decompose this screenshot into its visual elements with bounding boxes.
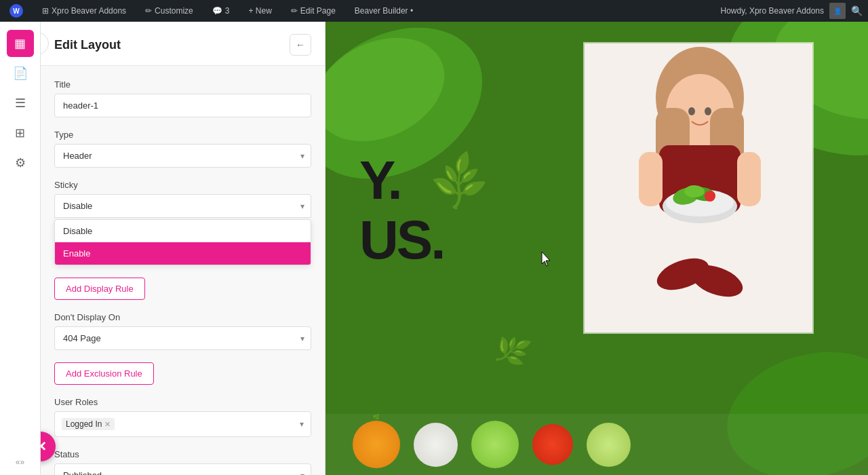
svg-rect-11 bbox=[639, 152, 663, 206]
sticky-option-disable[interactable]: Disable bbox=[55, 220, 311, 242]
hero-text: Y. US. bbox=[359, 151, 443, 270]
panel-title: Edit Layout bbox=[54, 38, 121, 52]
sidebar-expand[interactable]: «» bbox=[16, 457, 24, 467]
sticky-option-enable[interactable]: Enable bbox=[55, 242, 311, 265]
add-exclusion-rule-button[interactable]: Add Exclusion Rule bbox=[54, 362, 154, 385]
sticky-label: Sticky bbox=[54, 180, 311, 190]
add-display-rule-button[interactable]: Add Display Rule bbox=[54, 278, 145, 300]
title-group: Title bbox=[54, 79, 311, 117]
admin-bar-right: Howdy, Xpro Beaver Addons 👤 🔍 bbox=[720, 3, 863, 19]
status-label: Status bbox=[54, 449, 311, 459]
admin-new[interactable]: + New bbox=[244, 3, 275, 18]
page-content: 🌿 🌿 Y. US. bbox=[326, 22, 868, 475]
howdy-text: Howdy, Xpro Beaver Addons bbox=[720, 6, 824, 16]
status-group: Status Published ▾ bbox=[54, 449, 311, 475]
dont-display-select[interactable]: 404 Page bbox=[54, 326, 311, 350]
food-item-5 bbox=[587, 423, 631, 467]
sidebar-pages-btn[interactable]: 📄 bbox=[7, 60, 34, 87]
user-role-tag: Logged In ✕ bbox=[62, 418, 115, 430]
admin-beaver-builder[interactable]: Beaver Builder • bbox=[351, 3, 417, 18]
product-image-frame bbox=[583, 42, 814, 334]
svg-point-17 bbox=[684, 185, 705, 197]
panel-content: Title Type Header ▾ Sticky Disable bbox=[41, 66, 325, 475]
food-item-1: 🌿 bbox=[353, 421, 400, 468]
food-item-2 bbox=[414, 423, 458, 467]
title-input[interactable] bbox=[54, 94, 311, 117]
icon-sidebar: ▦ 📄 ☰ ⊞ ⚙ «» bbox=[0, 22, 41, 475]
svg-rect-12 bbox=[737, 152, 761, 206]
main-layout: ▦ 📄 ☰ ⊞ ⚙ «» × Edit Layout ← Title Type bbox=[0, 22, 868, 475]
title-label: Title bbox=[54, 79, 311, 90]
sticky-select-display[interactable]: Disable bbox=[54, 194, 311, 218]
svg-point-21 bbox=[688, 107, 695, 115]
user-roles-label: User Roles bbox=[54, 397, 311, 407]
tags-chevron-icon: ▾ bbox=[300, 419, 304, 429]
display-rule-group: Add Display Rule bbox=[54, 278, 311, 300]
admin-edit-page[interactable]: ✏ Edit Page bbox=[287, 3, 340, 18]
sidebar-rows-btn[interactable]: ☰ bbox=[7, 90, 34, 117]
admin-site-name[interactable]: ⊞ Xpro Beaver Addons bbox=[38, 3, 130, 18]
food-item-3 bbox=[471, 421, 519, 468]
svg-point-22 bbox=[705, 107, 711, 115]
bottom-food-strip: 🌿 bbox=[326, 414, 868, 475]
admin-bar: W ⊞ Xpro Beaver Addons ✏ Customize 💬 3 +… bbox=[0, 0, 868, 22]
user-roles-group: User Roles Logged In ✕ ▾ bbox=[54, 397, 311, 437]
sticky-select-wrapper: Disable ▾ bbox=[54, 194, 311, 218]
sidebar-layout-btn[interactable]: ▦ bbox=[7, 30, 34, 57]
user-avatar: 👤 bbox=[829, 3, 846, 19]
product-image bbox=[585, 43, 812, 332]
type-select[interactable]: Header bbox=[54, 144, 311, 168]
woman-figure-svg bbox=[585, 43, 812, 332]
type-select-wrapper: Header ▾ bbox=[54, 144, 311, 168]
svg-point-18 bbox=[705, 191, 715, 202]
food-item-4 bbox=[532, 424, 573, 465]
exclusion-rule-group: Add Exclusion Rule bbox=[54, 362, 311, 385]
dont-display-label: Don't Display On bbox=[54, 312, 311, 322]
type-group: Type Header ▾ bbox=[54, 130, 311, 168]
sticky-dropdown: Disable Enable bbox=[54, 219, 311, 265]
admin-customize[interactable]: ✏ Customize bbox=[141, 3, 197, 18]
user-roles-input[interactable]: Logged In ✕ ▾ bbox=[54, 411, 311, 437]
status-select-wrapper: Published ▾ bbox=[54, 463, 311, 475]
search-icon[interactable]: 🔍 bbox=[851, 5, 863, 16]
sidebar-widgets-btn[interactable]: ⊞ bbox=[7, 119, 34, 147]
panel-back-button[interactable]: ← bbox=[290, 34, 311, 56]
sticky-group: Sticky Disable ▾ Disable Enable bbox=[54, 180, 311, 265]
wp-logo: W bbox=[9, 4, 23, 18]
admin-comments[interactable]: 💬 3 bbox=[208, 3, 234, 18]
sidebar-settings-btn[interactable]: ⚙ bbox=[7, 149, 34, 176]
admin-logo[interactable]: W bbox=[5, 1, 27, 20]
tag-remove-btn[interactable]: ✕ bbox=[104, 420, 111, 429]
dont-display-select-wrapper: 404 Page ▾ bbox=[54, 326, 311, 350]
edit-panel: × Edit Layout ← Title Type Header ▾ bbox=[41, 22, 326, 475]
panel-header: Edit Layout ← bbox=[41, 22, 325, 66]
status-select[interactable]: Published bbox=[54, 463, 311, 475]
type-label: Type bbox=[54, 130, 311, 140]
dont-display-group: Don't Display On 404 Page ▾ bbox=[54, 312, 311, 350]
